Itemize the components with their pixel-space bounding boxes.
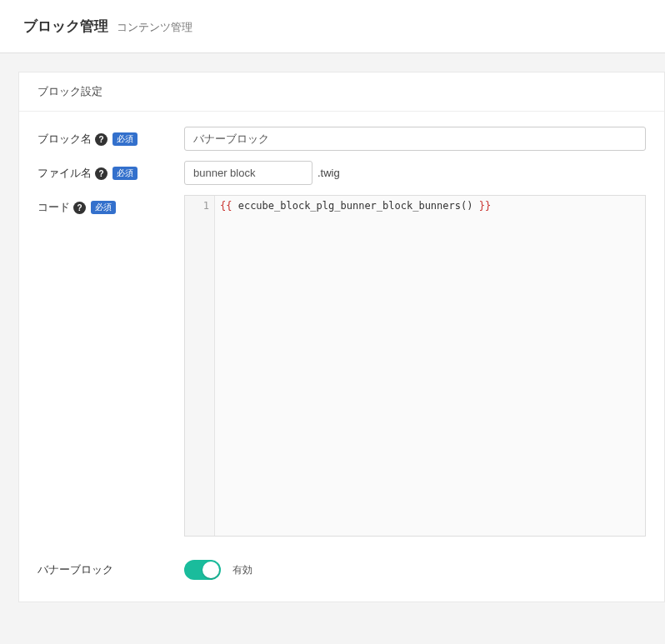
toggle-status: 有効	[232, 563, 252, 577]
label-code: コード ? 必須	[38, 195, 184, 215]
page-header: ブロック管理 コンテンツ管理	[0, 0, 665, 53]
value-block-name	[184, 127, 646, 151]
row-code: コード ? 必須 1 {{ eccube_block_plg_bunner_bl…	[38, 195, 646, 537]
panel-title: ブロック設定	[19, 72, 664, 112]
panel-body: ブロック名 ? 必須 ファイル名 ? 必須 .twig コード ?	[19, 112, 664, 602]
label-block-name-text: ブロック名	[38, 132, 92, 147]
row-block-name: ブロック名 ? 必須	[38, 127, 646, 151]
value-code: 1 {{ eccube_block_plg_bunner_block_bunne…	[184, 195, 646, 537]
code-gutter: 1	[185, 196, 215, 536]
code-body: eccube_block_plg_bunner_block_bunners()	[232, 200, 478, 212]
page-subtitle: コンテンツ管理	[117, 21, 192, 33]
row-file-name: ファイル名 ? 必須 .twig	[38, 161, 646, 185]
code-editor[interactable]: 1 {{ eccube_block_plg_bunner_block_bunne…	[184, 195, 646, 537]
label-code-text: コード	[38, 200, 70, 215]
file-name-input[interactable]	[184, 161, 312, 185]
code-brace-open: {{	[220, 200, 232, 212]
row-toggle: バナーブロック 有効	[38, 560, 646, 580]
file-extension: .twig	[318, 167, 340, 179]
label-file-name-text: ファイル名	[38, 166, 92, 181]
page-title: ブロック管理	[23, 18, 108, 34]
label-block-name: ブロック名 ? 必須	[38, 127, 184, 147]
code-content[interactable]: {{ eccube_block_plg_bunner_block_bunners…	[215, 196, 645, 536]
help-icon[interactable]: ?	[95, 133, 108, 146]
required-badge: 必須	[112, 132, 138, 146]
help-icon[interactable]: ?	[95, 167, 108, 180]
block-name-input[interactable]	[184, 127, 646, 151]
code-brace-close: }}	[479, 200, 491, 212]
toggle-label: バナーブロック	[38, 562, 184, 577]
required-badge: 必須	[112, 167, 138, 180]
help-icon[interactable]: ?	[73, 202, 86, 214]
settings-panel: ブロック設定 ブロック名 ? 必須 ファイル名 ? 必須 .twig	[18, 72, 665, 602]
banner-block-toggle[interactable]	[184, 560, 221, 580]
line-number: 1	[185, 198, 209, 213]
label-file-name: ファイル名 ? 必須	[38, 161, 184, 181]
required-badge: 必須	[91, 201, 116, 214]
toggle-knob	[202, 562, 219, 578]
value-file-name: .twig	[184, 161, 646, 185]
